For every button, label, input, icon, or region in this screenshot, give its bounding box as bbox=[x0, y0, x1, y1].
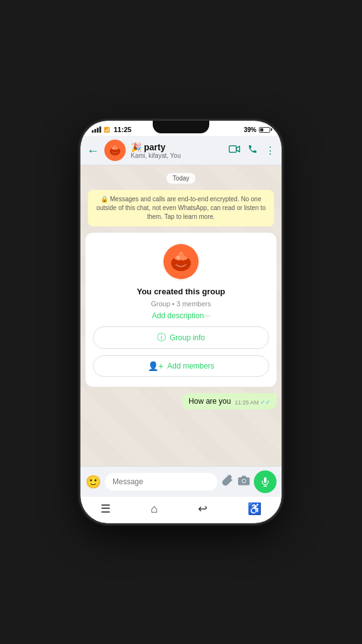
encryption-text: 🔒 Messages and calls are end-to-end encr… bbox=[96, 196, 266, 220]
voice-call-button[interactable] bbox=[248, 144, 258, 157]
nav-home-button[interactable]: ⌂ bbox=[151, 502, 158, 516]
group-avatar-header[interactable] bbox=[104, 140, 126, 161]
group-members-text: Kami, kifayat, You bbox=[131, 152, 224, 159]
add-person-icon: 👤+ bbox=[148, 361, 163, 371]
carrier-icon: 📶 bbox=[104, 127, 110, 133]
video-call-button[interactable] bbox=[229, 145, 240, 156]
encryption-notice[interactable]: 🔒 Messages and calls are end-to-end encr… bbox=[88, 190, 274, 226]
signal-bars bbox=[92, 126, 101, 133]
nav-back-button[interactable]: ↩ bbox=[198, 502, 207, 516]
mic-button[interactable] bbox=[254, 470, 277, 493]
nav-menu-button[interactable]: ☰ bbox=[101, 502, 111, 516]
header-icons: ⋮ bbox=[229, 144, 275, 157]
group-info-label: Group info bbox=[170, 333, 205, 342]
signal-bar-1 bbox=[92, 130, 94, 133]
phone-screen: 📶 11:25 39% ← bbox=[80, 121, 282, 523]
battery-percent: 39% bbox=[244, 126, 256, 133]
status-bar: 📶 11:25 39% bbox=[80, 121, 282, 136]
svg-rect-3 bbox=[229, 146, 236, 153]
group-card: You created this group Group • 3 members… bbox=[85, 233, 277, 387]
group-member-count: Group • 3 members bbox=[151, 300, 211, 308]
chat-header: ← 🎉 party Kami, kifayat, You bbox=[80, 136, 282, 165]
group-created-text: You created this group bbox=[137, 287, 226, 296]
signal-bar-2 bbox=[94, 129, 96, 133]
sent-message: How are you 11:25 AM ✓✓ bbox=[182, 393, 277, 409]
group-info-button[interactable]: ⓘ Group info bbox=[93, 326, 269, 349]
group-emoji: 🎉 bbox=[131, 142, 141, 152]
group-avatar-card bbox=[162, 243, 200, 280]
svg-point-8 bbox=[243, 479, 246, 482]
status-right: 39% bbox=[244, 126, 270, 133]
svg-point-2 bbox=[112, 147, 114, 149]
message-input[interactable] bbox=[105, 473, 217, 491]
back-button[interactable]: ← bbox=[87, 143, 99, 158]
svg-point-6 bbox=[177, 255, 180, 259]
message-text: How are you bbox=[189, 397, 231, 406]
emoji-button[interactable]: 🙂 bbox=[85, 474, 101, 489]
message-time: 11:25 AM ✓✓ bbox=[234, 399, 270, 406]
bottom-bar: 🙂 bbox=[80, 466, 282, 497]
time-text: 11:25 AM bbox=[234, 399, 258, 406]
attach-button[interactable] bbox=[221, 474, 234, 490]
nav-bar: ☰ ⌂ ↩ ♿ bbox=[80, 497, 282, 523]
group-name[interactable]: 🎉 party bbox=[131, 142, 224, 152]
chat-area: Today 🔒 Messages and calls are end-to-en… bbox=[80, 165, 282, 466]
date-badge: Today bbox=[167, 173, 196, 184]
signal-bar-4 bbox=[99, 126, 101, 133]
add-members-button[interactable]: 👤+ Add members bbox=[93, 355, 269, 377]
more-options-button[interactable]: ⋮ bbox=[265, 145, 275, 157]
read-tick-icon: ✓✓ bbox=[260, 399, 270, 406]
camera-button[interactable] bbox=[238, 474, 250, 490]
battery-fill bbox=[260, 128, 263, 131]
info-icon: ⓘ bbox=[157, 332, 166, 343]
battery-icon bbox=[259, 127, 270, 133]
add-members-label: Add members bbox=[167, 362, 214, 370]
status-left: 📶 11:25 bbox=[92, 126, 131, 133]
header-info: 🎉 party Kami, kifayat, You bbox=[131, 142, 224, 159]
phone-shell: 📶 11:25 39% ← bbox=[80, 121, 282, 523]
nav-accessibility-button[interactable]: ♿ bbox=[248, 502, 261, 516]
time-display: 11:25 bbox=[114, 126, 131, 133]
add-description-button[interactable]: Add description··· bbox=[152, 311, 211, 320]
notch bbox=[153, 121, 209, 133]
signal-bar-3 bbox=[97, 128, 99, 133]
group-name-text: party bbox=[144, 142, 165, 152]
